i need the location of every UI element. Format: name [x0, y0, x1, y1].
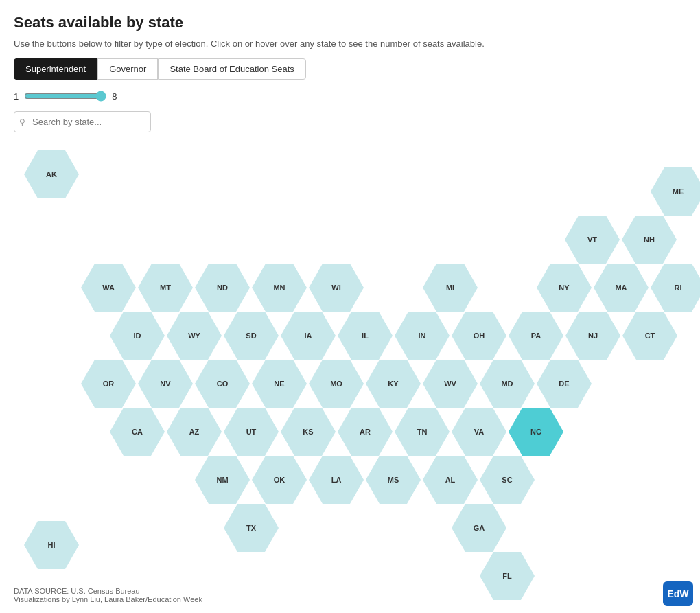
hex-ks[interactable]: KS	[281, 408, 336, 456]
hex-sd[interactable]: SD	[224, 312, 279, 360]
state-label-md: MD	[501, 380, 513, 388]
state-label-id: ID	[134, 332, 141, 340]
state-label-mn: MN	[273, 284, 285, 292]
filter-state-board[interactable]: State Board of Education Seats	[158, 58, 305, 80]
hex-nj[interactable]: NJ	[565, 312, 620, 360]
hex-mo[interactable]: MO	[309, 360, 364, 408]
state-label-co: CO	[217, 380, 229, 388]
search-container: ⚲	[14, 111, 151, 132]
search-icon: ⚲	[19, 117, 25, 127]
hex-nh[interactable]: NH	[622, 216, 677, 264]
hex-il[interactable]: IL	[338, 312, 393, 360]
state-label-al: AL	[445, 476, 456, 484]
hex-or[interactable]: OR	[81, 360, 136, 408]
footer: DATA SOURCE: U.S. Census Bureau Visualiz…	[14, 587, 202, 603]
hex-al[interactable]: AL	[423, 456, 478, 504]
state-label-az: AZ	[189, 428, 200, 436]
filter-governor[interactable]: Governor	[97, 58, 158, 80]
hex-nv[interactable]: NV	[138, 360, 193, 408]
state-label-mt: MT	[160, 284, 171, 292]
hex-nc[interactable]: NC	[509, 408, 563, 456]
hex-ca[interactable]: CA	[110, 408, 165, 456]
page-subtitle: Use the buttons below to filter by type …	[14, 38, 686, 49]
hex-pa[interactable]: PA	[509, 312, 563, 360]
hex-ms[interactable]: MS	[366, 456, 421, 504]
hex-tn[interactable]: TN	[395, 408, 450, 456]
hex-wv[interactable]: WV	[423, 360, 478, 408]
range-max: 8	[112, 91, 117, 102]
state-label-mi: MI	[446, 284, 454, 292]
hex-ut[interactable]: UT	[224, 408, 279, 456]
hex-mn[interactable]: MN	[252, 264, 307, 312]
search-input[interactable]	[14, 111, 151, 132]
state-label-pa: PA	[531, 332, 541, 340]
hex-oh[interactable]: OH	[452, 312, 506, 360]
hex-co[interactable]: CO	[195, 360, 250, 408]
hex-nd[interactable]: ND	[195, 264, 250, 312]
hex-fl[interactable]: FL	[480, 552, 535, 600]
hex-tx[interactable]: TX	[224, 504, 279, 552]
hex-wi[interactable]: WI	[309, 264, 364, 312]
hex-in[interactable]: IN	[395, 312, 450, 360]
filter-superintendent[interactable]: Superintendent	[14, 58, 97, 80]
state-label-ar: AR	[360, 428, 371, 436]
hex-me[interactable]: ME	[651, 167, 700, 216]
hex-md[interactable]: MD	[480, 360, 535, 408]
hex-ri[interactable]: RI	[651, 264, 700, 312]
seats-range[interactable]	[24, 91, 106, 102]
hex-hi[interactable]: HI	[24, 521, 79, 569]
hex-mi[interactable]: MI	[423, 264, 478, 312]
state-label-nv: NV	[160, 380, 170, 388]
state-label-il: IL	[362, 332, 369, 340]
edw-logo: EdW	[663, 581, 693, 606]
state-label-hi: HI	[48, 541, 56, 549]
map-container: AKHIWAMTNDMNWIMINYMARIVTNHMEIDWYSDIAILIN…	[14, 143, 693, 597]
hex-nm[interactable]: NM	[195, 456, 250, 504]
state-label-wy: WY	[188, 332, 200, 340]
range-min: 1	[14, 91, 19, 102]
page-title: Seats available by state	[14, 14, 686, 32]
hex-ok[interactable]: OK	[252, 456, 307, 504]
state-label-in: IN	[419, 332, 426, 340]
hex-va[interactable]: VA	[452, 408, 506, 456]
hex-ky[interactable]: KY	[366, 360, 421, 408]
hex-la[interactable]: LA	[309, 456, 364, 504]
state-label-ct: CT	[645, 332, 655, 340]
state-label-ky: KY	[388, 380, 398, 388]
state-label-ny: NY	[559, 284, 569, 292]
range-container: 1 8	[14, 91, 686, 102]
hex-de[interactable]: DE	[537, 360, 592, 408]
state-label-me: ME	[673, 187, 684, 196]
hex-wy[interactable]: WY	[167, 312, 222, 360]
state-label-ne: NE	[274, 380, 284, 388]
state-label-or: OR	[103, 380, 115, 388]
hex-ia[interactable]: IA	[281, 312, 336, 360]
hex-vt[interactable]: VT	[565, 216, 620, 264]
hex-ma[interactable]: MA	[594, 264, 649, 312]
state-label-ia: IA	[305, 332, 312, 340]
hex-mt[interactable]: MT	[138, 264, 193, 312]
state-label-wi: WI	[331, 284, 340, 292]
hex-ak[interactable]: AK	[24, 150, 79, 198]
state-label-nm: NM	[216, 476, 228, 484]
state-label-ks: KS	[303, 428, 313, 436]
datasource-label: DATA SOURCE: U.S. Census Bureau	[14, 587, 202, 595]
state-label-vt: VT	[587, 235, 597, 244]
state-label-ak: AK	[46, 170, 57, 178]
hex-ar[interactable]: AR	[338, 408, 393, 456]
state-label-tn: TN	[417, 428, 428, 436]
hex-ct[interactable]: CT	[622, 312, 677, 360]
filter-buttons: Superintendent Governor State Board of E…	[14, 58, 686, 80]
hex-id[interactable]: ID	[110, 312, 165, 360]
state-label-nc: NC	[530, 428, 541, 436]
hex-ga[interactable]: GA	[452, 504, 506, 552]
state-label-wv: WV	[444, 380, 456, 388]
state-label-tx: TX	[246, 524, 256, 532]
state-label-nj: NJ	[588, 332, 598, 340]
state-label-wa: WA	[102, 284, 115, 292]
hex-sc[interactable]: SC	[480, 456, 535, 504]
hex-ne[interactable]: NE	[252, 360, 307, 408]
hex-ny[interactable]: NY	[537, 264, 592, 312]
hex-az[interactable]: AZ	[167, 408, 222, 456]
hex-wa[interactable]: WA	[81, 264, 136, 312]
